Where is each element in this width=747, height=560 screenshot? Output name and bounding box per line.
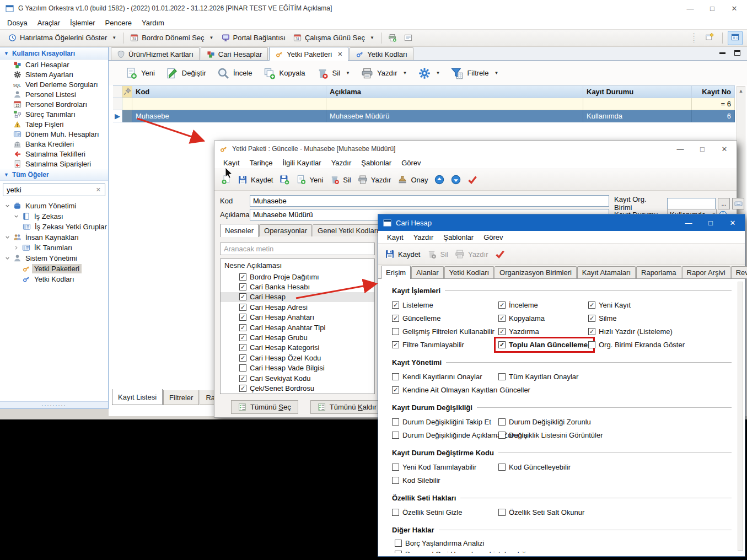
option-t-m-kayitlari-onaylar[interactable]: Tüm Kayıtları Onaylar [498, 373, 578, 381]
pane-maximize-button[interactable] [734, 50, 740, 56]
minimize-button[interactable]: — [686, 4, 694, 13]
menu-dosya[interactable]: Dosya [2, 18, 33, 28]
filter-aciklama[interactable] [326, 98, 583, 110]
yeni-button[interactable]: Yeni [296, 175, 323, 185]
menu-kayit[interactable]: Kayıt [218, 158, 245, 168]
checkbox-checked[interactable]: ✓ [392, 315, 399, 322]
checkbox-unchecked[interactable] [392, 373, 399, 380]
tab-yetki-paketleri[interactable]: Yetki Paketleri✕ [269, 47, 348, 61]
checkbox-checked[interactable]: ✓ [239, 354, 246, 362]
minimize-button[interactable]: — [676, 145, 684, 153]
sidebar-item-sistem-ayarlari[interactable]: Sistem Ayarları [0, 69, 108, 79]
checkbox-unchecked[interactable] [392, 418, 399, 426]
object-item-cari-hesap-grubu[interactable]: ✓Cari Hesap Grubu [221, 332, 374, 342]
checkbox-checked[interactable]: ✓ [239, 334, 246, 341]
browse-button[interactable]: ... [718, 198, 730, 209]
redcheck-button[interactable] [467, 175, 477, 185]
onay-button[interactable]: Onay [397, 175, 428, 185]
pin-icon[interactable] [122, 86, 132, 98]
sidebar-item-d-nem-muh-hesaplari[interactable]: Dönem Muh. Hesapları [0, 129, 108, 139]
all-items-header[interactable]: ▼ Tüm Öğeler [0, 169, 108, 181]
checkbox-checked[interactable]: ✓ [239, 304, 246, 311]
kaydet-button[interactable]: Kaydet [385, 249, 420, 259]
panel-button[interactable] [400, 32, 416, 44]
object-item-cari-sevkiyat-kodu[interactable]: ✓Cari Sevkiyat Kodu [221, 373, 374, 383]
filter-kayit-no[interactable]: = 6 [692, 98, 735, 110]
kopyala-button[interactable]: Kopyala [264, 67, 305, 79]
tab-r-n-hizmet-kartlari[interactable]: Ürün/Hizmet Kartları [111, 47, 200, 60]
option-i-nceleme[interactable]: ✓İnceleme [498, 301, 538, 309]
close-button[interactable]: ✕ [721, 145, 728, 153]
menu-ablonlar[interactable]: Şablonlar [438, 232, 479, 243]
cell-kod[interactable]: Muhasebe [132, 110, 326, 122]
tab-genel-yetki-kodlari[interactable]: Genel Yetki Kodları [313, 224, 384, 236]
floppyplus-button[interactable] [280, 175, 289, 185]
sidebar-item-cari-hesaplar[interactable]: Cari Hesaplar [0, 60, 108, 69]
option-durum-de-i-ikli-i-zorunlu[interactable]: Durum Değişikliği Zorunlu [498, 418, 591, 426]
sidebar-item-banka-kredileri[interactable]: Banka Kredileri [0, 139, 108, 149]
checkbox-unchecked[interactable] [395, 540, 402, 547]
checkbox-checked[interactable]: ✓ [498, 328, 506, 335]
chevron-down-icon[interactable]: ▼ [403, 71, 407, 76]
pane-minimize-button[interactable] [719, 52, 725, 54]
show-reminders-button[interactable]: Hatırlatma Öğelerini Göster▼ [4, 32, 120, 44]
tab-yetki-kodlari[interactable]: Yetki Kodları [350, 47, 413, 60]
chevron-down-icon[interactable]: ▼ [436, 71, 440, 76]
chevron-down-icon[interactable] [12, 213, 20, 219]
grid-col-a-iklama[interactable]: Açıklama [326, 86, 583, 98]
menu-i-lgili-kayitlar[interactable]: İlgili Kayıtlar [278, 158, 326, 168]
checkbox-checked[interactable]: ✓ [239, 344, 246, 351]
checkbox-checked[interactable]: ✓ [498, 315, 506, 322]
menu-yazdir[interactable]: Yazdır [409, 232, 439, 243]
kod-field[interactable] [250, 195, 609, 207]
grid-col-kayit-durumu[interactable]: Kayıt Durumu [583, 86, 692, 98]
maximize-button[interactable]: □ [708, 4, 716, 13]
checkbox-checked[interactable]: ✓ [239, 283, 246, 290]
bottom-tab-filtreler[interactable]: Filtreler [163, 390, 199, 405]
i-ncele-button[interactable]: İncele [217, 67, 252, 79]
checkbox-checked[interactable]: ✓ [239, 314, 246, 321]
tab-organizasyon-birimleri[interactable]: Organizasyon Birimleri [495, 266, 577, 278]
sidebar-item-satinalma-sipari-leri[interactable]: Satınalma Siparişleri [0, 159, 108, 169]
object-item-cari-hesap-kategorisi[interactable]: ✓Cari Hesap Kategorisi [221, 343, 374, 353]
checkbox-checked[interactable]: ✓ [498, 341, 506, 348]
checkbox-checked[interactable]: ✓ [392, 301, 399, 309]
option-durum-de-i-ikli-ini-takip-et[interactable]: Durum Değişikliğini Takip Et [392, 418, 491, 426]
t-m-n-se-button[interactable]: Tümünü Seç [231, 400, 298, 414]
bottom-tab-kayit-listesi[interactable]: Kayıt Listesi [112, 389, 163, 405]
menu-g-rev[interactable]: Görev [479, 232, 508, 243]
kaydet-button[interactable]: Kaydet [238, 175, 273, 185]
chevron-down-icon[interactable] [3, 203, 12, 209]
option-yeni-kod-tanimlayabilir[interactable]: Yeni Kod Tanımlayabilir [392, 463, 476, 471]
tab-yetki-kodlari[interactable]: Yetki Kodları [444, 266, 495, 278]
grid-col-kod[interactable]: Kod [132, 86, 326, 98]
menu-yardim[interactable]: Yardım [137, 18, 169, 28]
filtrele-button[interactable]: Filtrele▼ [451, 67, 498, 79]
object-item-cari-hesap[interactable]: ✓Cari Hesap [221, 292, 374, 302]
checkbox-checked[interactable]: ✓ [239, 273, 246, 281]
chevron-right-icon[interactable] [12, 245, 20, 251]
working-day-button[interactable]: 31 Çalışma Günü Seç▼ [289, 32, 378, 44]
cell-aciklama[interactable]: Muhasebe Müdürü [326, 110, 583, 122]
shortcuts-header[interactable]: ▼ Kullanıcı Kısayolları [0, 47, 108, 60]
chevron-down-icon[interactable]: ▼ [346, 71, 350, 76]
menu-kayit[interactable]: Kayıt [382, 232, 409, 243]
tree-item-yetki-paketleri[interactable]: Yetki Paketleri [0, 263, 108, 274]
tab-operasyonlar[interactable]: Operasyonlar [259, 224, 312, 236]
checkbox-unchecked[interactable] [498, 464, 506, 471]
sidebar-splitter[interactable]: ········· [0, 401, 108, 408]
dialog-scrollbar[interactable] [738, 282, 743, 551]
sidebar-search-input[interactable] [3, 186, 92, 194]
checkbox-unchecked[interactable] [392, 328, 399, 335]
print-button[interactable] [384, 32, 400, 44]
close-button[interactable]: ✕ [729, 219, 737, 227]
de-i-tir-button[interactable]: Değiştir [166, 67, 206, 79]
option-filtre-tanimlayabilir[interactable]: ✓Filtre Tanımlayabilir [392, 341, 464, 349]
window-view-button[interactable] [728, 31, 743, 45]
chevron-down-icon[interactable] [3, 255, 12, 261]
object-item-cari-hesap-adresi[interactable]: ✓Cari Hesap Adresi [221, 302, 374, 312]
checkbox-checked[interactable]: ✓ [239, 375, 246, 382]
cell-durum[interactable]: Kullanımda [583, 110, 692, 122]
sidebar-item-satinalma-teklifleri[interactable]: Satınalma Teklifleri [0, 149, 108, 159]
menu-pencere[interactable]: Pencere [100, 18, 137, 28]
